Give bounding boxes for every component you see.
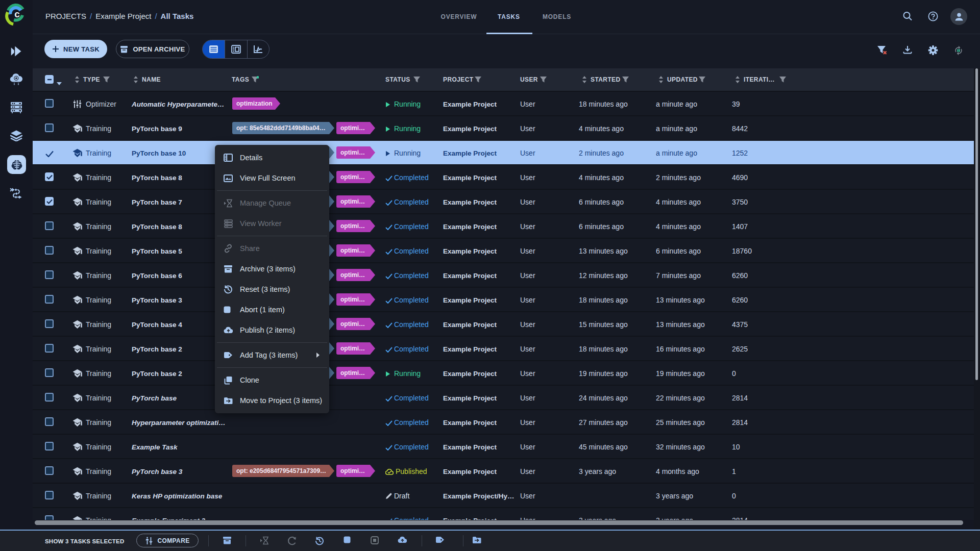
svg-text:c: c — [14, 9, 20, 19]
